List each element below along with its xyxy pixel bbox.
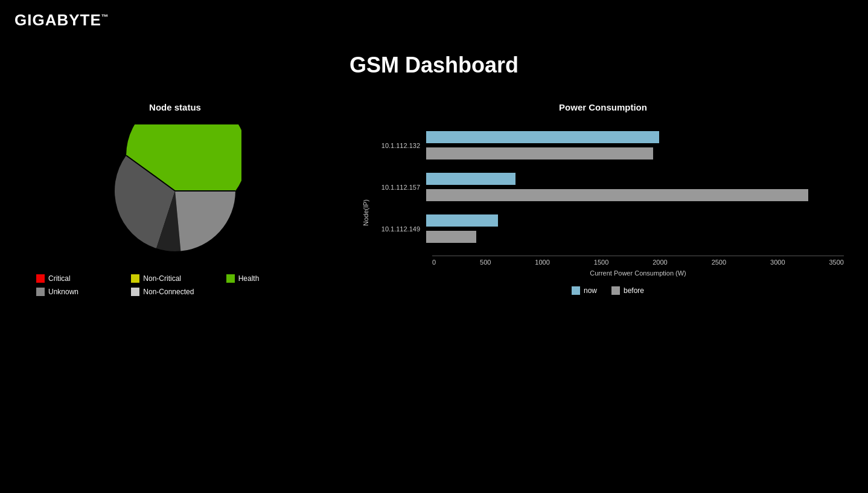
bar-chart-nodes: 10.1.112.132 10.1.112.157 [372,130,844,243]
x-axis-label: Current Power Consumption (W) [432,269,844,277]
bars-157 [426,172,844,202]
bars-149 [426,214,844,243]
legend-color-health [226,274,235,283]
logo: GIGABYTE™ [14,11,854,30]
bar-before-149 [426,230,844,243]
legend-item-critical: Critical [36,274,124,283]
power-legend-color-before [611,286,620,295]
legend-label-health: Health [238,274,260,283]
x-tick-1000: 1000 [535,259,549,266]
bar-now-value-149 [426,214,498,227]
legend-item-non-connected: Non-Connected [131,288,219,296]
x-tick-2500: 2500 [712,259,726,266]
legend-item-health: Health [226,274,314,283]
node-ip-132: 10.1.112.132 [372,142,426,149]
bar-now-132 [426,130,844,144]
legend-color-critical [36,274,45,283]
node-status-title: Node status [24,102,326,112]
power-legend-now: now [572,286,597,295]
x-tick-0: 0 [432,259,436,266]
power-chart-title: Power Consumption [362,102,844,112]
logo-text: GIGABYTE [14,11,101,29]
power-legend: now before [372,286,844,295]
node-row-157: 10.1.112.157 [372,172,844,202]
bar-before-157 [426,188,844,202]
legend-color-unknown [36,288,45,296]
bar-now-149 [426,214,844,227]
bar-now-157 [426,172,844,185]
bar-now-value-132 [426,131,659,143]
x-axis: 0 500 1000 1500 2000 2500 3000 3500 Curr… [432,256,844,277]
page-title: GSM Dashboard [0,53,868,78]
x-tick-2000: 2000 [653,259,667,266]
header: GIGABYTE™ [0,0,868,40]
pie-segment-non-critical [175,191,235,251]
legend-color-non-connected [131,288,139,296]
logo-trademark: ™ [101,13,109,21]
x-tick-3500: 3500 [829,259,843,266]
bar-before-value-149 [426,231,476,243]
legend-label-non-critical: Non-Critical [143,274,181,283]
power-legend-label-now: now [584,286,597,295]
node-status-legend: Critical Non-Critical Health Unknown Non… [24,274,326,296]
node-ip-149: 10.1.112.149 [372,225,426,233]
legend-item-non-critical: Non-Critical [131,274,219,283]
legend-item-unknown: Unknown [36,288,124,296]
legend-color-non-critical [131,274,139,283]
bar-before-value-157 [426,189,808,201]
bars-132 [426,130,844,160]
x-tick-3000: 3000 [770,259,785,266]
x-tick-1500: 1500 [594,259,608,266]
legend-label-critical: Critical [48,274,71,283]
legend-label-non-connected: Non-Connected [143,288,194,296]
y-axis-title: Node(IP) [362,130,369,295]
node-ip-157: 10.1.112.157 [372,184,426,191]
node-row-132: 10.1.112.132 [372,130,844,160]
node-status-section: Node status [24,102,326,296]
dashboard-content: Node status [0,102,868,296]
x-tick-500: 500 [480,259,491,266]
bar-before-value-132 [426,147,653,160]
pie-container [24,124,326,257]
power-legend-before: before [611,286,644,295]
node-row-149: 10.1.112.149 [372,214,844,243]
legend-label-unknown: Unknown [48,288,78,296]
pie-chart [109,124,241,257]
bar-before-132 [426,147,844,160]
power-section: Power Consumption Node(IP) 10.1.112.132 [362,102,844,295]
bar-now-value-157 [426,173,515,185]
power-legend-color-now [572,286,580,295]
power-legend-label-before: before [624,286,644,295]
